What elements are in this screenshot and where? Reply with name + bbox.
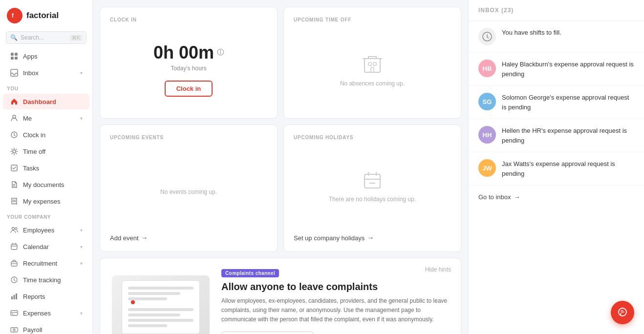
inbox-text-shifts: You have shifts to fill. — [502, 28, 561, 38]
search-bar[interactable]: 🔍 Search... ⌘K — [6, 31, 86, 44]
svg-rect-6 — [11, 69, 18, 76]
doc-line-7 — [128, 324, 167, 327]
sidebar-item-my-documents[interactable]: My documents — [3, 177, 89, 192]
people-icon — [10, 226, 19, 234]
clock-time-value: 0h 00m — [153, 42, 214, 63]
sidebar-item-employees[interactable]: Employees ▾ — [3, 222, 89, 238]
search-icon: 🔍 — [10, 34, 18, 41]
clock-in-button[interactable]: Clock in — [165, 81, 213, 97]
upcoming-time-off-header: UPCOMING TIME OFF — [294, 17, 451, 22]
sidebar-item-dashboard[interactable]: Dashboard — [3, 94, 89, 109]
inbox-text-solomon: Solomon George's expense approval reques… — [502, 93, 634, 112]
sidebar-item-apps-label: Apps — [23, 53, 38, 60]
inbox-text-hellen: Hellen the HR's expense approval request… — [502, 126, 634, 145]
chevron-icon: ▾ — [80, 70, 83, 76]
sun-icon — [10, 147, 19, 156]
sidebar-item-apps[interactable]: Apps — [3, 48, 89, 64]
svg-rect-26 — [371, 67, 374, 72]
hints-content: Complaints channel Allow anyone to leave… — [221, 268, 449, 334]
sidebar-item-clock-in-label: Clock in — [23, 131, 45, 139]
receipt-icon — [10, 197, 19, 206]
svg-rect-17 — [14, 295, 15, 299]
inbox-item-shifts[interactable]: You have shifts to fill. — [469, 21, 644, 53]
clock-in-content: 0h 00m ⓘ Today's hours Clock in — [110, 30, 267, 108]
sidebar-item-inbox[interactable]: Inbox ▾ — [3, 65, 89, 81]
arrow-inbox-icon: → — [514, 193, 520, 201]
sidebar-item-time-off[interactable]: Time off — [3, 144, 89, 159]
holidays-empty: There are no holidays coming up. — [294, 148, 451, 226]
add-event-label: Add event — [110, 234, 139, 242]
sidebar-item-me[interactable]: Me ▾ — [3, 110, 89, 126]
chat-icon — [617, 307, 628, 318]
sidebar-item-expenses-label: Expenses — [23, 310, 51, 317]
doc-line-5 — [128, 313, 180, 316]
go-to-inbox-label: Go to inbox — [478, 193, 511, 201]
inbox-item-jax[interactable]: JW Jax Watts's expense approval request … — [469, 152, 644, 186]
time-off-empty-text: No absences coming up. — [340, 80, 405, 87]
inbox-item-solomon[interactable]: SG Solomon George's expense approval req… — [469, 86, 644, 119]
sidebar-item-my-expenses[interactable]: My expenses — [3, 193, 89, 209]
chevron-employees-icon: ▾ — [80, 228, 83, 233]
home-icon — [10, 97, 19, 106]
sidebar-item-dashboard-label: Dashboard — [23, 98, 56, 105]
discover-complaints-button[interactable]: Discover Complaints channel — [221, 332, 314, 334]
inbox-item-hellen[interactable]: HH Hellen the HR's expense approval requ… — [469, 119, 644, 152]
sidebar-item-clock-in[interactable]: Clock in — [3, 127, 89, 143]
hints-banner: Complaints channel Allow anyone to leave… — [100, 258, 461, 334]
top-cards-row: CLOCK IN 0h 00m ⓘ Today's hours Clock in… — [100, 7, 461, 119]
chevron-calendar-icon: ▾ — [80, 244, 83, 250]
svg-point-9 — [13, 150, 16, 153]
calendar-icon — [10, 242, 19, 251]
sidebar-item-recruitment-label: Recruitment — [23, 260, 57, 267]
inbox-avatar-shifts — [478, 28, 496, 45]
sidebar-item-time-off-label: Time off — [23, 148, 45, 155]
sidebar-item-calendar-label: Calendar — [23, 243, 49, 250]
sidebar-item-recruitment[interactable]: Recruitment ▾ — [3, 255, 89, 271]
info-icon: ⓘ — [217, 48, 224, 57]
sidebar-item-employees-label: Employees — [23, 227, 54, 234]
upcoming-time-off-card: UPCOMING TIME OFF No absences coming up. — [283, 7, 461, 119]
sidebar-item-payroll[interactable]: Payroll — [3, 322, 89, 334]
sidebar-item-time-tracking[interactable]: Time tracking — [3, 272, 89, 288]
svg-rect-27 — [365, 174, 380, 188]
calendar-empty-icon — [363, 171, 382, 191]
fab-button[interactable] — [611, 301, 634, 324]
clock-label: Today's hours — [171, 65, 207, 72]
clock-in-card: CLOCK IN 0h 00m ⓘ Today's hours Clock in — [100, 7, 278, 119]
sidebar-item-reports[interactable]: Reports — [3, 289, 89, 304]
holidays-empty-text: There are no holidays coming up. — [329, 196, 416, 203]
upcoming-events-card: UPCOMING EVENTS No events coming up. Add… — [100, 125, 278, 252]
setup-holidays-link[interactable]: Set up company holidays → — [294, 234, 451, 242]
inbox-text-haley: Haley Blackburn's expense approval reque… — [502, 60, 634, 79]
inbox-avatar-solomon: SG — [478, 93, 496, 110]
svg-rect-23 — [365, 59, 380, 72]
sidebar-item-reports-label: Reports — [23, 293, 45, 300]
sidebar-item-me-label: Me — [23, 115, 32, 122]
sidebar-item-my-expenses-label: My expenses — [23, 198, 61, 205]
arrow-right-icon-2: → — [367, 234, 374, 242]
hide-hints-button[interactable]: Hide hints — [425, 266, 451, 273]
inbox-footer-link[interactable]: Go to inbox → — [469, 186, 644, 209]
file-icon — [10, 180, 19, 189]
inbox-icon — [10, 68, 19, 77]
inbox-avatar-hellen: HH — [478, 126, 496, 144]
inbox-item-haley[interactable]: HB Haley Blackburn's expense approval re… — [469, 53, 644, 86]
add-event-link[interactable]: Add event → — [110, 234, 267, 242]
check-icon — [10, 164, 19, 172]
person-icon — [10, 114, 19, 123]
sidebar-item-tasks[interactable]: Tasks — [3, 160, 89, 176]
svg-rect-19 — [11, 311, 18, 315]
sidebar-item-inbox-label: Inbox — [23, 69, 39, 77]
svg-rect-3 — [15, 53, 18, 56]
svg-rect-5 — [15, 57, 18, 60]
sidebar-item-calendar[interactable]: Calendar ▾ — [3, 239, 89, 254]
events-empty: No events coming up. — [110, 148, 267, 226]
chevron-expenses-icon: ▾ — [80, 311, 83, 316]
logo-icon: f — [7, 8, 22, 23]
logo-text: factorial — [26, 11, 59, 21]
sidebar-item-expenses[interactable]: Expenses ▾ — [3, 305, 89, 321]
upcoming-holidays-header: UPCOMING HOLIDAYS — [294, 135, 451, 140]
svg-rect-24 — [368, 63, 371, 65]
doc-line-2 — [128, 292, 180, 295]
svg-point-12 — [15, 228, 17, 230]
